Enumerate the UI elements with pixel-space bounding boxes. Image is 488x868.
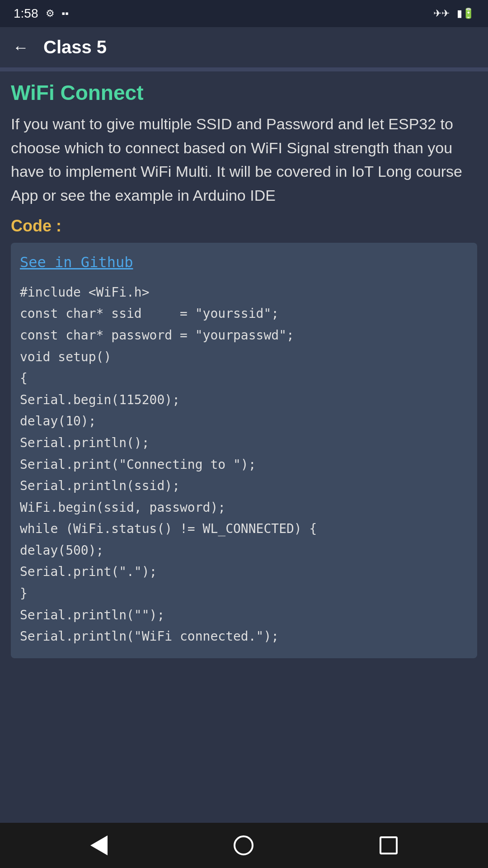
home-nav-button[interactable]	[234, 835, 253, 855]
status-right: ✈ 🔋	[433, 8, 474, 19]
content-body: WiFi Connect If you want to give multipl…	[0, 71, 488, 667]
back-button[interactable]: ←	[9, 34, 33, 61]
section-title: WiFi Connect	[11, 80, 477, 105]
gear-icon	[46, 8, 55, 19]
sim-icon: ▪	[62, 8, 69, 19]
back-nav-button[interactable]	[90, 835, 108, 855]
status-bar: 1:58 ▪ ✈ 🔋	[0, 0, 488, 27]
content-area: WiFi Connect If you want to give multipl…	[0, 71, 488, 823]
airplane-mode-icon: ✈	[433, 8, 450, 19]
github-link[interactable]: See in Github	[20, 254, 468, 271]
section-description: If you want to give multiple SSID and Pa…	[11, 112, 477, 208]
page-title: Class 5	[43, 37, 107, 57]
code-text: #include <WiFi.h> const char* ssid = "yo…	[20, 282, 468, 647]
code-block: See in Github #include <WiFi.h> const ch…	[11, 243, 477, 658]
status-left: 1:58 ▪	[14, 6, 69, 21]
recent-nav-button[interactable]	[380, 836, 398, 854]
bottom-nav	[0, 823, 488, 868]
toolbar: ← Class 5	[0, 27, 488, 68]
status-time: 1:58	[14, 6, 38, 21]
code-label: Code :	[11, 217, 477, 236]
scroll-indicator	[0, 68, 488, 71]
battery-icon: 🔋	[457, 8, 474, 19]
